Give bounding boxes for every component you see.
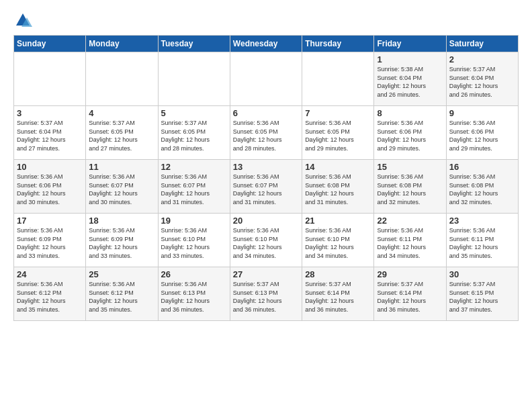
day-number: 15: [377, 162, 443, 172]
week-row-1: 1Sunrise: 5:38 AM Sunset: 6:04 PM Daylig…: [14, 52, 519, 106]
day-number: 7: [305, 108, 371, 118]
day-cell: 3Sunrise: 5:37 AM Sunset: 6:04 PM Daylig…: [14, 106, 86, 160]
day-number: 25: [89, 269, 154, 279]
day-number: 6: [233, 108, 299, 118]
day-info: Sunrise: 5:36 AM Sunset: 6:08 PM Dayligh…: [449, 173, 515, 206]
page: SundayMondayTuesdayWednesdayThursdayFrid…: [0, 0, 532, 328]
col-header-wednesday: Wednesday: [230, 36, 302, 52]
day-cell: 1Sunrise: 5:38 AM Sunset: 6:04 PM Daylig…: [374, 52, 446, 106]
day-number: 13: [233, 162, 299, 172]
header: [13, 11, 519, 30]
day-number: 12: [161, 162, 227, 172]
day-info: Sunrise: 5:36 AM Sunset: 6:09 PM Dayligh…: [17, 226, 83, 260]
day-number: 3: [17, 108, 83, 118]
day-cell: 9Sunrise: 5:36 AM Sunset: 6:06 PM Daylig…: [446, 106, 518, 160]
day-cell: 7Sunrise: 5:36 AM Sunset: 6:05 PM Daylig…: [302, 106, 374, 160]
day-info: Sunrise: 5:36 AM Sunset: 6:08 PM Dayligh…: [377, 173, 443, 206]
day-cell: 27Sunrise: 5:37 AM Sunset: 6:13 PM Dayli…: [230, 267, 302, 321]
day-cell: 8Sunrise: 5:36 AM Sunset: 6:06 PM Daylig…: [374, 106, 446, 160]
day-cell: 28Sunrise: 5:37 AM Sunset: 6:14 PM Dayli…: [302, 267, 374, 321]
day-cell: 21Sunrise: 5:36 AM Sunset: 6:10 PM Dayli…: [302, 214, 374, 267]
week-row-3: 10Sunrise: 5:36 AM Sunset: 6:06 PM Dayli…: [14, 160, 519, 214]
day-cell: 17Sunrise: 5:36 AM Sunset: 6:09 PM Dayli…: [14, 214, 86, 267]
day-cell: [86, 52, 158, 106]
day-number: 8: [377, 108, 443, 118]
day-info: Sunrise: 5:36 AM Sunset: 6:11 PM Dayligh…: [449, 226, 515, 260]
week-row-4: 17Sunrise: 5:36 AM Sunset: 6:09 PM Dayli…: [14, 214, 519, 267]
header-row: SundayMondayTuesdayWednesdayThursdayFrid…: [14, 36, 519, 52]
week-row-2: 3Sunrise: 5:37 AM Sunset: 6:04 PM Daylig…: [14, 106, 519, 160]
day-cell: 15Sunrise: 5:36 AM Sunset: 6:08 PM Dayli…: [374, 160, 446, 214]
day-cell: 12Sunrise: 5:36 AM Sunset: 6:07 PM Dayli…: [158, 160, 230, 214]
day-cell: 11Sunrise: 5:36 AM Sunset: 6:07 PM Dayli…: [86, 160, 158, 214]
day-info: Sunrise: 5:37 AM Sunset: 6:05 PM Dayligh…: [89, 119, 154, 152]
day-info: Sunrise: 5:36 AM Sunset: 6:12 PM Dayligh…: [89, 280, 154, 314]
day-cell: 20Sunrise: 5:36 AM Sunset: 6:10 PM Dayli…: [230, 214, 302, 267]
day-cell: 29Sunrise: 5:37 AM Sunset: 6:14 PM Dayli…: [374, 267, 446, 321]
day-number: 18: [89, 216, 154, 226]
day-number: 26: [161, 269, 227, 279]
day-info: Sunrise: 5:36 AM Sunset: 6:06 PM Dayligh…: [17, 173, 83, 206]
calendar-table: SundayMondayTuesdayWednesdayThursdayFrid…: [13, 35, 519, 321]
day-info: Sunrise: 5:36 AM Sunset: 6:06 PM Dayligh…: [449, 119, 515, 152]
day-cell: 4Sunrise: 5:37 AM Sunset: 6:05 PM Daylig…: [86, 106, 158, 160]
day-info: Sunrise: 5:37 AM Sunset: 6:15 PM Dayligh…: [449, 280, 515, 314]
day-info: Sunrise: 5:37 AM Sunset: 6:04 PM Dayligh…: [449, 65, 515, 99]
day-info: Sunrise: 5:38 AM Sunset: 6:04 PM Dayligh…: [377, 65, 443, 99]
day-cell: 30Sunrise: 5:37 AM Sunset: 6:15 PM Dayli…: [446, 267, 518, 321]
day-info: Sunrise: 5:36 AM Sunset: 6:09 PM Dayligh…: [89, 226, 154, 260]
day-info: Sunrise: 5:36 AM Sunset: 6:07 PM Dayligh…: [89, 173, 154, 206]
day-number: 21: [305, 216, 371, 226]
week-row-5: 24Sunrise: 5:36 AM Sunset: 6:12 PM Dayli…: [14, 267, 519, 321]
day-info: Sunrise: 5:37 AM Sunset: 6:14 PM Dayligh…: [305, 280, 371, 314]
day-number: 24: [17, 269, 83, 279]
day-number: 28: [305, 269, 371, 279]
logo-icon: [13, 11, 32, 30]
day-number: 30: [449, 269, 515, 279]
day-info: Sunrise: 5:36 AM Sunset: 6:13 PM Dayligh…: [161, 280, 227, 314]
day-cell: [158, 52, 230, 106]
day-cell: [14, 52, 86, 106]
day-info: Sunrise: 5:36 AM Sunset: 6:11 PM Dayligh…: [377, 226, 443, 260]
day-cell: 2Sunrise: 5:37 AM Sunset: 6:04 PM Daylig…: [446, 52, 518, 106]
day-number: 1: [377, 54, 443, 64]
day-info: Sunrise: 5:36 AM Sunset: 6:10 PM Dayligh…: [161, 226, 227, 260]
day-cell: 5Sunrise: 5:37 AM Sunset: 6:05 PM Daylig…: [158, 106, 230, 160]
day-info: Sunrise: 5:36 AM Sunset: 6:12 PM Dayligh…: [17, 280, 83, 314]
day-cell: 14Sunrise: 5:36 AM Sunset: 6:08 PM Dayli…: [302, 160, 374, 214]
day-number: 4: [89, 108, 154, 118]
day-info: Sunrise: 5:36 AM Sunset: 6:06 PM Dayligh…: [377, 119, 443, 152]
day-info: Sunrise: 5:36 AM Sunset: 6:07 PM Dayligh…: [161, 173, 227, 206]
day-cell: [302, 52, 374, 106]
day-info: Sunrise: 5:36 AM Sunset: 6:07 PM Dayligh…: [233, 173, 299, 206]
col-header-friday: Friday: [374, 36, 446, 52]
day-info: Sunrise: 5:36 AM Sunset: 6:05 PM Dayligh…: [233, 119, 299, 152]
day-info: Sunrise: 5:37 AM Sunset: 6:14 PM Dayligh…: [377, 280, 443, 314]
day-number: 11: [89, 162, 154, 172]
logo: [13, 11, 35, 30]
day-cell: 25Sunrise: 5:36 AM Sunset: 6:12 PM Dayli…: [86, 267, 158, 321]
col-header-tuesday: Tuesday: [158, 36, 230, 52]
day-cell: 23Sunrise: 5:36 AM Sunset: 6:11 PM Dayli…: [446, 214, 518, 267]
day-number: 29: [377, 269, 443, 279]
day-cell: 22Sunrise: 5:36 AM Sunset: 6:11 PM Dayli…: [374, 214, 446, 267]
day-info: Sunrise: 5:36 AM Sunset: 6:10 PM Dayligh…: [305, 226, 371, 260]
day-cell: 19Sunrise: 5:36 AM Sunset: 6:10 PM Dayli…: [158, 214, 230, 267]
day-cell: 26Sunrise: 5:36 AM Sunset: 6:13 PM Dayli…: [158, 267, 230, 321]
day-cell: 6Sunrise: 5:36 AM Sunset: 6:05 PM Daylig…: [230, 106, 302, 160]
day-info: Sunrise: 5:37 AM Sunset: 6:05 PM Dayligh…: [161, 119, 227, 152]
day-cell: 10Sunrise: 5:36 AM Sunset: 6:06 PM Dayli…: [14, 160, 86, 214]
day-cell: 16Sunrise: 5:36 AM Sunset: 6:08 PM Dayli…: [446, 160, 518, 214]
day-number: 5: [161, 108, 227, 118]
day-number: 19: [161, 216, 227, 226]
col-header-sunday: Sunday: [14, 36, 86, 52]
day-number: 16: [449, 162, 515, 172]
day-cell: 24Sunrise: 5:36 AM Sunset: 6:12 PM Dayli…: [14, 267, 86, 321]
col-header-thursday: Thursday: [302, 36, 374, 52]
day-number: 2: [449, 54, 515, 64]
col-header-saturday: Saturday: [446, 36, 518, 52]
day-info: Sunrise: 5:36 AM Sunset: 6:10 PM Dayligh…: [233, 226, 299, 260]
day-info: Sunrise: 5:37 AM Sunset: 6:04 PM Dayligh…: [17, 119, 83, 152]
day-cell: 18Sunrise: 5:36 AM Sunset: 6:09 PM Dayli…: [86, 214, 158, 267]
day-number: 27: [233, 269, 299, 279]
